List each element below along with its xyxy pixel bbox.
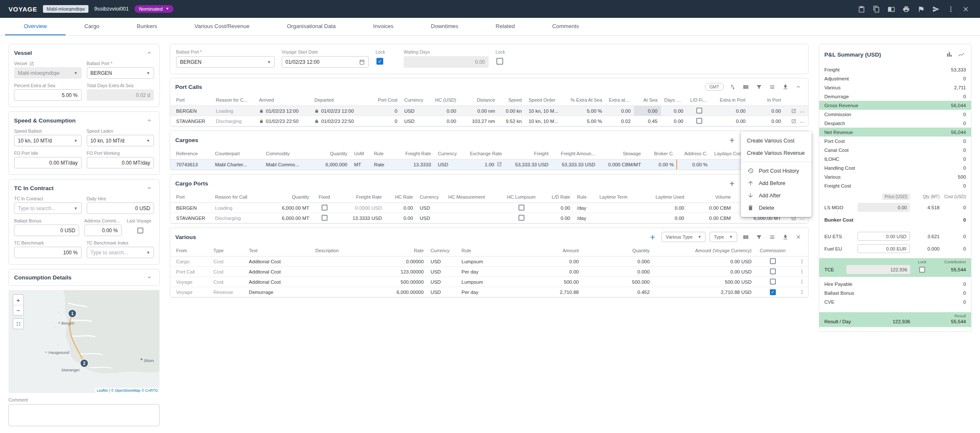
cell[interactable]: 0	[372, 106, 401, 116]
cell[interactable]: 9.52 kn	[499, 116, 525, 126]
cell[interactable]: 0.00 USD	[653, 256, 755, 267]
ballast-bonus-input[interactable]: 0 USD	[14, 225, 79, 236]
col-speed-order[interactable]: Speed Order	[525, 94, 566, 106]
cell[interactable]: Rate	[370, 160, 395, 170]
map-marker-1[interactable]: 1	[68, 310, 77, 318]
cell[interactable]: 01/02/23 22:50	[256, 116, 311, 126]
chevron-up-icon[interactable]	[145, 48, 154, 57]
cell-checkbox[interactable]	[518, 215, 524, 221]
cell[interactable]: BERGEN	[170, 106, 213, 116]
tce-lock-checkbox[interactable]	[919, 267, 925, 273]
cell[interactable]	[687, 116, 712, 126]
cell[interactable]: 0.00	[385, 213, 416, 223]
col-hc-usd[interactable]: HC (USD)	[427, 94, 459, 106]
col-uom[interactable]: UoM	[350, 148, 370, 160]
cell[interactable]	[784, 106, 808, 116]
col-freight-rate[interactable]: Freight Rate	[336, 191, 385, 203]
ballast-port-select[interactable]: BERGEN▼	[176, 56, 275, 68]
cell[interactable]	[312, 267, 374, 277]
cell[interactable]: USD	[401, 106, 427, 116]
cell[interactable]	[445, 213, 502, 223]
cell[interactable]: 01/02/23 22:50	[311, 116, 372, 126]
cell[interactable]: 500.000	[582, 277, 653, 287]
col-laytime-term[interactable]: Laytime Term	[596, 191, 646, 203]
cell[interactable]: 0.00	[749, 106, 784, 116]
cell[interactable]: Discharging	[213, 116, 256, 126]
cell[interactable]: Voyage	[170, 287, 210, 297]
cell[interactable]: Loading	[213, 106, 256, 116]
cell[interactable]: Loading	[211, 203, 265, 213]
launch-icon[interactable]	[497, 162, 502, 167]
col-extra-at-sea[interactable]: % Extra At Sea	[566, 94, 605, 106]
col-address-c[interactable]: Address C.	[677, 148, 711, 160]
tab-downtimes[interactable]: Downtimes	[412, 18, 477, 35]
speed-section-header[interactable]: Speed & Consumption	[9, 112, 159, 126]
col-quantity[interactable]: Quantity	[582, 245, 653, 256]
cell[interactable]: Per day	[458, 287, 516, 297]
cell[interactable]: USD	[416, 213, 445, 223]
menu-item-create-various-revenue[interactable]: Create Various Revenue	[741, 147, 812, 159]
col-actions[interactable]	[784, 94, 808, 106]
cell[interactable]: Revenue	[210, 287, 245, 297]
cell[interactable]: 0.00	[661, 116, 687, 126]
fo-port-idle-input[interactable]: 0.00 MT/day	[14, 157, 82, 168]
close-icon[interactable]	[794, 232, 803, 242]
speed-laden-select[interactable]: 10 kn, 10 MT/d▼	[87, 135, 154, 146]
fuel-eu-price-input[interactable]: 0.00 EUR	[858, 244, 910, 253]
col-text[interactable]: Text	[245, 245, 312, 256]
col-departed[interactable]: Departed	[311, 94, 372, 106]
cell[interactable]: 0.00	[516, 256, 582, 267]
columns-icon[interactable]	[741, 82, 750, 91]
cell[interactable]	[790, 267, 808, 277]
col-l-d-rate[interactable]: L/D Rate	[541, 191, 573, 203]
tab-cargo[interactable]: Cargo	[66, 18, 118, 35]
cell[interactable]: 0.00	[749, 116, 784, 126]
cell[interactable]: Cargo	[170, 256, 210, 267]
cell-checkbox[interactable]	[770, 268, 776, 274]
cell[interactable]: USD	[427, 267, 458, 277]
col-amount-voyage-currency[interactable]: Amount (Voyage Currency)	[653, 245, 755, 256]
col-volume[interactable]: Volume	[688, 191, 735, 203]
col-days-l-d[interactable]: Days L/D	[661, 94, 687, 106]
col-fixed[interactable]: Fixed	[313, 191, 336, 203]
collapse-icon[interactable]	[794, 82, 803, 91]
leaflet-link[interactable]: Leaflet	[97, 388, 108, 393]
cell[interactable]: 0.00	[606, 106, 634, 116]
col-speed[interactable]: Speed	[499, 94, 525, 106]
col-freight-rate[interactable]: Freight Rate	[395, 148, 434, 160]
chevron-up-icon[interactable]	[145, 116, 154, 125]
cell[interactable]: Mabl Commo...	[262, 160, 313, 170]
cell[interactable]: 0.00	[634, 106, 661, 116]
cell[interactable]: STAVANGER	[170, 116, 213, 126]
cell[interactable]: Lumpsum	[458, 277, 516, 287]
menu-item-delete[interactable]: Delete	[741, 202, 812, 214]
cell[interactable]: 0.00 CBM	[688, 213, 735, 223]
tab-organisational-data[interactable]: Organisational Data	[268, 18, 354, 35]
col-in-port[interactable]: In Port	[749, 94, 784, 106]
consumption-details-header[interactable]: Consumption Details	[9, 269, 159, 285]
cell[interactable]: 0.00 CBM	[688, 203, 735, 213]
cell[interactable]: Cost	[210, 277, 245, 287]
cell[interactable]: 70743613	[170, 160, 211, 170]
cell[interactable]: 0.452	[582, 287, 653, 297]
density-icon[interactable]	[767, 82, 777, 91]
col-counterpart[interactable]: Counterpart	[211, 148, 262, 160]
cell[interactable]: 0.00	[646, 203, 687, 213]
cell[interactable]: 0.45	[634, 116, 661, 126]
cell[interactable]	[596, 213, 646, 223]
fullscreen-button[interactable]	[13, 318, 24, 329]
chevron-up-icon[interactable]	[145, 183, 154, 193]
cell[interactable]: 1.00	[462, 160, 505, 170]
col-currency[interactable]: Currency	[434, 148, 462, 160]
type-filter[interactable]: Type▼	[709, 232, 737, 242]
cell[interactable]: 0.00	[427, 116, 459, 126]
columns-icon[interactable]	[741, 232, 750, 242]
cell[interactable]: 2,710.88 USD	[653, 287, 755, 297]
cell[interactable]: 500.00 USD	[653, 277, 755, 287]
cell-checkbox[interactable]	[770, 258, 776, 264]
kebab-icon[interactable]	[799, 269, 805, 274]
launch-icon[interactable]	[791, 119, 796, 124]
cell[interactable]	[312, 256, 374, 267]
cell-checkbox[interactable]	[518, 205, 524, 211]
cell[interactable]: 0.000	[582, 256, 653, 267]
